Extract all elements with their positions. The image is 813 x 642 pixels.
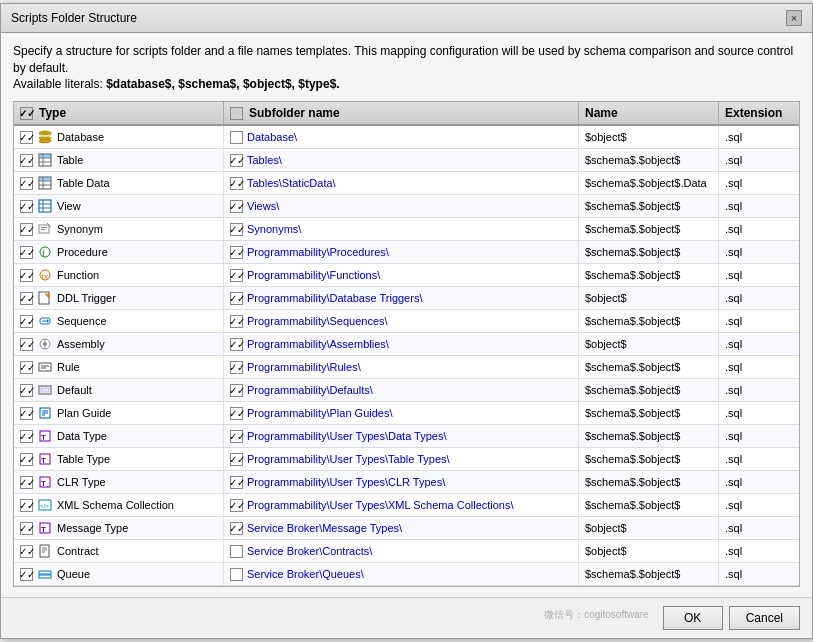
type-cell: ✓Table bbox=[14, 149, 224, 171]
table-row[interactable]: ✓DDL Trigger✓Programmability\Database Tr… bbox=[14, 287, 799, 310]
svg-point-0 bbox=[39, 131, 51, 135]
name-cell: $schema$.$object$ bbox=[579, 379, 719, 401]
row-checkbox-subfolder[interactable]: ✓ bbox=[230, 223, 243, 236]
type-icon: T bbox=[37, 451, 53, 467]
row-checkbox-subfolder[interactable]: ✓ bbox=[230, 315, 243, 328]
row-checkbox-subfolder[interactable]: ✓ bbox=[230, 200, 243, 213]
type-label: Table Data bbox=[57, 177, 110, 189]
row-checkbox-subfolder[interactable]: ✓ bbox=[230, 430, 243, 443]
row-checkbox-type[interactable]: ✓ bbox=[20, 384, 33, 397]
row-checkbox-subfolder[interactable]: ✓ bbox=[230, 269, 243, 282]
table-row[interactable]: ✓fxFunction✓Programmability\Functions\$s… bbox=[14, 264, 799, 287]
row-checkbox-type[interactable]: ✓ bbox=[20, 476, 33, 489]
row-checkbox-subfolder[interactable]: ✓ bbox=[230, 499, 243, 512]
row-checkbox-subfolder[interactable]: ✓ bbox=[230, 292, 243, 305]
type-icon bbox=[37, 543, 53, 559]
row-checkbox-subfolder[interactable] bbox=[230, 545, 243, 558]
row-checkbox-type[interactable]: ✓ bbox=[20, 200, 33, 213]
table-row[interactable]: ✓Rule✓Programmability\Rules\$schema$.$ob… bbox=[14, 356, 799, 379]
subfolder-cell: Service Broker\Queues\ bbox=[224, 563, 579, 585]
extension-cell: .sql bbox=[719, 195, 799, 217]
table-row[interactable]: ✓TTable Type✓Programmability\User Types\… bbox=[14, 448, 799, 471]
table-row[interactable]: ✓QueueService Broker\Queues\$schema$.$ob… bbox=[14, 563, 799, 586]
close-button[interactable]: × bbox=[786, 10, 802, 26]
row-checkbox-subfolder[interactable]: ✓ bbox=[230, 384, 243, 397]
type-icon bbox=[37, 566, 53, 582]
row-checkbox-type[interactable]: ✓ bbox=[20, 407, 33, 420]
row-checkbox-type[interactable]: ✓ bbox=[20, 292, 33, 305]
table-row[interactable]: ✓TCLR Type✓Programmability\User Types\CL… bbox=[14, 471, 799, 494]
row-checkbox-type[interactable]: ✓ bbox=[20, 361, 33, 374]
table-row[interactable]: ✓Sequence✓Programmability\Sequences\$sch… bbox=[14, 310, 799, 333]
row-checkbox-type[interactable]: ✓ bbox=[20, 315, 33, 328]
table-row[interactable]: ✓Table✓Tables\$schema$.$object$.sql bbox=[14, 149, 799, 172]
row-checkbox-subfolder[interactable] bbox=[230, 131, 243, 144]
svg-rect-18 bbox=[41, 227, 47, 228]
type-cell: ✓Queue bbox=[14, 563, 224, 585]
header-checkbox-type[interactable]: ✓ bbox=[20, 107, 33, 120]
row-checkbox-subfolder[interactable]: ✓ bbox=[230, 177, 243, 190]
header-checkbox-subfolder[interactable] bbox=[230, 107, 243, 120]
row-checkbox-subfolder[interactable]: ✓ bbox=[230, 407, 243, 420]
table-row[interactable]: ✓Plan Guide✓Programmability\Plan Guides\… bbox=[14, 402, 799, 425]
row-checkbox-subfolder[interactable]: ✓ bbox=[230, 361, 243, 374]
extension-cell: .sql bbox=[719, 172, 799, 194]
subfolder-cell: ✓Programmability\Assemblies\ bbox=[224, 333, 579, 355]
table-row[interactable]: ✓Assembly✓Programmability\Assemblies\$ob… bbox=[14, 333, 799, 356]
row-checkbox-type[interactable]: ✓ bbox=[20, 269, 33, 282]
table-body: ✓DatabaseDatabase\$object$.sql✓Table✓Tab… bbox=[14, 126, 799, 586]
table-row[interactable]: ✓ContractService Broker\Contracts\$objec… bbox=[14, 540, 799, 563]
row-checkbox-subfolder[interactable] bbox=[230, 568, 243, 581]
table-row[interactable]: ✓TMessage Type✓Service Broker\Message Ty… bbox=[14, 517, 799, 540]
subfolder-cell: ✓Programmability\Functions\ bbox=[224, 264, 579, 286]
scripts-folder-dialog: Scripts Folder Structure × Specify a str… bbox=[0, 3, 813, 639]
type-icon bbox=[37, 290, 53, 306]
row-checkbox-subfolder[interactable]: ✓ bbox=[230, 453, 243, 466]
row-checkbox-subfolder[interactable]: ✓ bbox=[230, 154, 243, 167]
table-row[interactable]: ✓</>XML Schema Collection✓Programmabilit… bbox=[14, 494, 799, 517]
type-cell: ✓Synonym bbox=[14, 218, 224, 240]
type-label: Assembly bbox=[57, 338, 105, 350]
name-cell: $schema$.$object$ bbox=[579, 494, 719, 516]
extension-cell: .sql bbox=[719, 425, 799, 447]
table-row[interactable]: ✓Synonym✓Synonyms\$schema$.$object$.sql bbox=[14, 218, 799, 241]
name-cell: $schema$.$object$ bbox=[579, 264, 719, 286]
ok-button[interactable]: OK bbox=[663, 606, 723, 630]
type-cell: ✓Database bbox=[14, 126, 224, 148]
row-checkbox-subfolder[interactable]: ✓ bbox=[230, 476, 243, 489]
row-checkbox-type[interactable]: ✓ bbox=[20, 131, 33, 144]
row-checkbox-subfolder[interactable]: ✓ bbox=[230, 246, 243, 259]
table-row[interactable]: ✓DatabaseDatabase\$object$.sql bbox=[14, 126, 799, 149]
row-checkbox-type[interactable]: ✓ bbox=[20, 545, 33, 558]
type-cell: ✓fxFunction bbox=[14, 264, 224, 286]
dialog-title: Scripts Folder Structure bbox=[11, 11, 137, 25]
name-cell: $schema$.$object$ bbox=[579, 218, 719, 240]
row-checkbox-type[interactable]: ✓ bbox=[20, 177, 33, 190]
table-row[interactable]: ✓fProcedure✓Programmability\Procedures\$… bbox=[14, 241, 799, 264]
row-checkbox-subfolder[interactable]: ✓ bbox=[230, 522, 243, 535]
type-icon bbox=[37, 336, 53, 352]
table-row[interactable]: ✓View✓Views\$schema$.$object$.sql bbox=[14, 195, 799, 218]
subfolder-cell: Service Broker\Contracts\ bbox=[224, 540, 579, 562]
row-checkbox-type[interactable]: ✓ bbox=[20, 522, 33, 535]
type-cell: ✓fProcedure bbox=[14, 241, 224, 263]
table-row[interactable]: ✓Default✓Programmability\Defaults\$schem… bbox=[14, 379, 799, 402]
row-checkbox-type[interactable]: ✓ bbox=[20, 430, 33, 443]
row-checkbox-type[interactable]: ✓ bbox=[20, 499, 33, 512]
subfolder-value: Views\ bbox=[247, 200, 279, 212]
row-checkbox-type[interactable]: ✓ bbox=[20, 154, 33, 167]
row-checkbox-type[interactable]: ✓ bbox=[20, 453, 33, 466]
type-icon bbox=[37, 175, 53, 191]
table-row[interactable]: ✓TData Type✓Programmability\User Types\D… bbox=[14, 425, 799, 448]
subfolder-value: Programmability\Sequences\ bbox=[247, 315, 388, 327]
svg-rect-37 bbox=[41, 388, 49, 392]
row-checkbox-type[interactable]: ✓ bbox=[20, 568, 33, 581]
subfolder-value: Programmability\User Types\XML Schema Co… bbox=[247, 499, 514, 511]
row-checkbox-subfolder[interactable]: ✓ bbox=[230, 338, 243, 351]
row-checkbox-type[interactable]: ✓ bbox=[20, 223, 33, 236]
cancel-button[interactable]: Cancel bbox=[729, 606, 800, 630]
type-icon bbox=[37, 313, 53, 329]
row-checkbox-type[interactable]: ✓ bbox=[20, 338, 33, 351]
table-row[interactable]: ✓Table Data✓Tables\StaticData\$schema$.$… bbox=[14, 172, 799, 195]
row-checkbox-type[interactable]: ✓ bbox=[20, 246, 33, 259]
